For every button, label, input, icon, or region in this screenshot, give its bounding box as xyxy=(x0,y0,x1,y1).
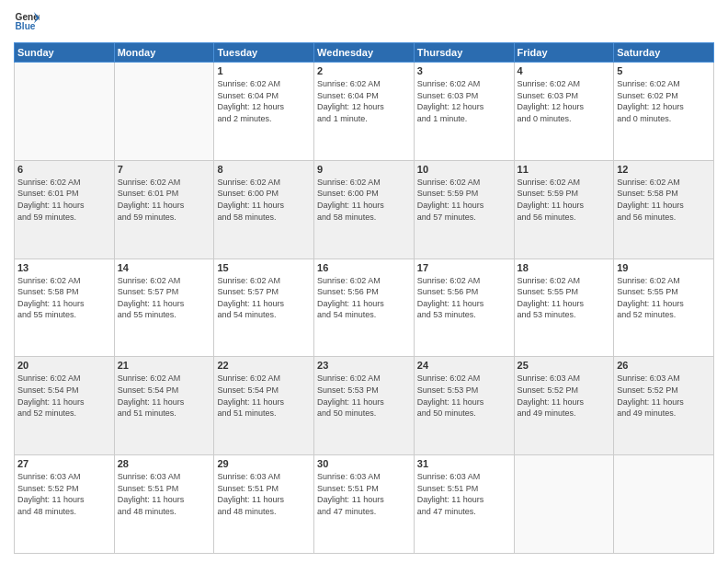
day-number: 26 xyxy=(617,360,711,371)
day-info: Sunrise: 6:03 AMSunset: 5:51 PMDaylight:… xyxy=(118,471,211,517)
page: General Blue SundayMondayTuesdayWednesda… xyxy=(0,0,728,563)
day-info: Sunrise: 6:02 AMSunset: 5:54 PMDaylight:… xyxy=(17,373,111,419)
day-cell: 24Sunrise: 6:02 AMSunset: 5:53 PMDayligh… xyxy=(414,357,514,455)
day-cell: 1Sunrise: 6:02 AMSunset: 6:04 PMDaylight… xyxy=(214,63,314,161)
day-info: Sunrise: 6:02 AMSunset: 6:04 PMDaylight:… xyxy=(217,78,311,124)
day-cell: 8Sunrise: 6:02 AMSunset: 6:00 PMDaylight… xyxy=(214,160,314,259)
header-row: SundayMondayTuesdayWednesdayThursdayFrid… xyxy=(15,43,714,63)
col-header-wednesday: Wednesday xyxy=(314,43,415,63)
day-number: 28 xyxy=(118,458,211,469)
day-info: Sunrise: 6:02 AMSunset: 5:57 PMDaylight:… xyxy=(217,275,311,321)
day-info: Sunrise: 6:03 AMSunset: 5:51 PMDaylight:… xyxy=(417,471,511,517)
day-info: Sunrise: 6:02 AMSunset: 5:59 PMDaylight:… xyxy=(417,177,511,223)
day-info: Sunrise: 6:02 AMSunset: 5:55 PMDaylight:… xyxy=(617,275,711,321)
calendar: SundayMondayTuesdayWednesdayThursdayFrid… xyxy=(14,42,714,554)
day-info: Sunrise: 6:03 AMSunset: 5:51 PMDaylight:… xyxy=(217,471,311,517)
day-number: 22 xyxy=(217,360,311,371)
col-header-sunday: Sunday xyxy=(15,43,115,63)
col-header-saturday: Saturday xyxy=(614,43,714,63)
day-number: 21 xyxy=(118,360,211,371)
day-info: Sunrise: 6:03 AMSunset: 5:52 PMDaylight:… xyxy=(617,373,711,419)
day-number: 1 xyxy=(217,65,311,76)
day-info: Sunrise: 6:02 AMSunset: 6:04 PMDaylight:… xyxy=(317,78,411,124)
header: General Blue xyxy=(14,9,714,35)
day-cell: 26Sunrise: 6:03 AMSunset: 5:52 PMDayligh… xyxy=(614,357,714,455)
day-number: 12 xyxy=(617,164,711,175)
day-number: 9 xyxy=(317,164,411,175)
day-info: Sunrise: 6:02 AMSunset: 6:00 PMDaylight:… xyxy=(317,177,411,223)
day-cell: 17Sunrise: 6:02 AMSunset: 5:56 PMDayligh… xyxy=(414,259,514,357)
day-number: 3 xyxy=(417,65,511,76)
day-info: Sunrise: 6:02 AMSunset: 5:58 PMDaylight:… xyxy=(17,275,111,321)
day-cell: 25Sunrise: 6:03 AMSunset: 5:52 PMDayligh… xyxy=(514,357,614,455)
day-cell: 31Sunrise: 6:03 AMSunset: 5:51 PMDayligh… xyxy=(414,455,514,554)
day-info: Sunrise: 6:02 AMSunset: 5:58 PMDaylight:… xyxy=(617,177,711,223)
day-number: 8 xyxy=(217,164,311,175)
day-number: 19 xyxy=(617,262,711,273)
day-info: Sunrise: 6:02 AMSunset: 5:57 PMDaylight:… xyxy=(118,275,211,321)
day-cell xyxy=(614,455,714,554)
day-number: 10 xyxy=(417,164,511,175)
day-info: Sunrise: 6:02 AMSunset: 5:53 PMDaylight:… xyxy=(417,373,511,419)
day-cell: 2Sunrise: 6:02 AMSunset: 6:04 PMDaylight… xyxy=(314,63,415,161)
day-info: Sunrise: 6:02 AMSunset: 5:55 PMDaylight:… xyxy=(518,275,611,321)
day-number: 13 xyxy=(17,262,111,273)
day-number: 4 xyxy=(518,65,611,76)
day-info: Sunrise: 6:02 AMSunset: 5:56 PMDaylight:… xyxy=(417,275,511,321)
day-number: 11 xyxy=(518,164,611,175)
day-cell: 4Sunrise: 6:02 AMSunset: 6:03 PMDaylight… xyxy=(514,63,614,161)
day-cell: 19Sunrise: 6:02 AMSunset: 5:55 PMDayligh… xyxy=(614,259,714,357)
day-cell: 28Sunrise: 6:03 AMSunset: 5:51 PMDayligh… xyxy=(114,455,214,554)
week-row-4: 20Sunrise: 6:02 AMSunset: 5:54 PMDayligh… xyxy=(15,357,714,455)
day-info: Sunrise: 6:02 AMSunset: 6:01 PMDaylight:… xyxy=(17,177,111,223)
day-cell: 22Sunrise: 6:02 AMSunset: 5:54 PMDayligh… xyxy=(214,357,314,455)
week-row-2: 6Sunrise: 6:02 AMSunset: 6:01 PMDaylight… xyxy=(15,160,714,259)
day-cell xyxy=(15,63,115,161)
day-info: Sunrise: 6:02 AMSunset: 6:03 PMDaylight:… xyxy=(417,78,511,124)
day-cell: 12Sunrise: 6:02 AMSunset: 5:58 PMDayligh… xyxy=(614,160,714,259)
day-cell: 14Sunrise: 6:02 AMSunset: 5:57 PMDayligh… xyxy=(114,259,214,357)
day-number: 30 xyxy=(317,458,411,469)
day-cell: 21Sunrise: 6:02 AMSunset: 5:54 PMDayligh… xyxy=(114,357,214,455)
day-info: Sunrise: 6:02 AMSunset: 6:01 PMDaylight:… xyxy=(118,177,211,223)
week-row-5: 27Sunrise: 6:03 AMSunset: 5:52 PMDayligh… xyxy=(15,455,714,554)
day-number: 7 xyxy=(118,164,211,175)
day-cell: 5Sunrise: 6:02 AMSunset: 6:02 PMDaylight… xyxy=(614,63,714,161)
day-number: 31 xyxy=(417,458,511,469)
day-cell: 16Sunrise: 6:02 AMSunset: 5:56 PMDayligh… xyxy=(314,259,415,357)
day-number: 18 xyxy=(518,262,611,273)
day-cell: 3Sunrise: 6:02 AMSunset: 6:03 PMDaylight… xyxy=(414,63,514,161)
logo: General Blue xyxy=(14,9,40,35)
day-info: Sunrise: 6:03 AMSunset: 5:52 PMDaylight:… xyxy=(17,471,111,517)
col-header-friday: Friday xyxy=(514,43,614,63)
col-header-monday: Monday xyxy=(114,43,214,63)
day-info: Sunrise: 6:02 AMSunset: 5:56 PMDaylight:… xyxy=(317,275,411,321)
day-info: Sunrise: 6:03 AMSunset: 5:52 PMDaylight:… xyxy=(518,373,611,419)
day-cell: 11Sunrise: 6:02 AMSunset: 5:59 PMDayligh… xyxy=(514,160,614,259)
svg-text:Blue: Blue xyxy=(16,21,36,31)
day-info: Sunrise: 6:02 AMSunset: 6:02 PMDaylight:… xyxy=(617,78,711,124)
day-info: Sunrise: 6:02 AMSunset: 5:54 PMDaylight:… xyxy=(217,373,311,419)
week-row-1: 1Sunrise: 6:02 AMSunset: 6:04 PMDaylight… xyxy=(15,63,714,161)
day-number: 2 xyxy=(317,65,411,76)
day-cell: 18Sunrise: 6:02 AMSunset: 5:55 PMDayligh… xyxy=(514,259,614,357)
day-number: 20 xyxy=(17,360,111,371)
day-number: 27 xyxy=(17,458,111,469)
day-number: 17 xyxy=(417,262,511,273)
col-header-tuesday: Tuesday xyxy=(214,43,314,63)
day-cell xyxy=(514,455,614,554)
day-cell: 30Sunrise: 6:03 AMSunset: 5:51 PMDayligh… xyxy=(314,455,415,554)
day-info: Sunrise: 6:02 AMSunset: 6:00 PMDaylight:… xyxy=(217,177,311,223)
day-info: Sunrise: 6:03 AMSunset: 5:51 PMDaylight:… xyxy=(317,471,411,517)
day-info: Sunrise: 6:02 AMSunset: 5:53 PMDaylight:… xyxy=(317,373,411,419)
day-cell: 6Sunrise: 6:02 AMSunset: 6:01 PMDaylight… xyxy=(15,160,115,259)
day-cell: 23Sunrise: 6:02 AMSunset: 5:53 PMDayligh… xyxy=(314,357,415,455)
day-number: 29 xyxy=(217,458,311,469)
day-number: 15 xyxy=(217,262,311,273)
day-cell: 15Sunrise: 6:02 AMSunset: 5:57 PMDayligh… xyxy=(214,259,314,357)
week-row-3: 13Sunrise: 6:02 AMSunset: 5:58 PMDayligh… xyxy=(15,259,714,357)
day-cell: 13Sunrise: 6:02 AMSunset: 5:58 PMDayligh… xyxy=(15,259,115,357)
day-cell: 20Sunrise: 6:02 AMSunset: 5:54 PMDayligh… xyxy=(15,357,115,455)
day-number: 25 xyxy=(518,360,611,371)
day-number: 23 xyxy=(317,360,411,371)
